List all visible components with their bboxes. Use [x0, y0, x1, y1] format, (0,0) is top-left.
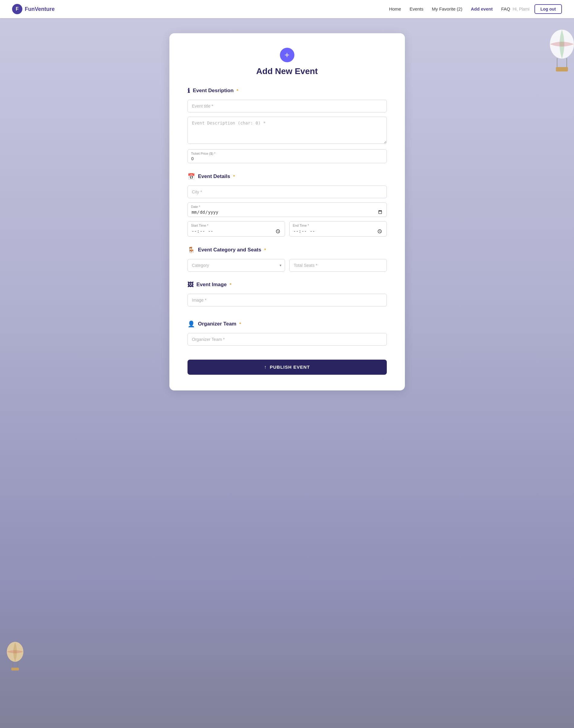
organizer-required-star: *	[239, 321, 241, 327]
balloon-left-icon	[3, 640, 27, 674]
image-section-icon: 🖼	[188, 281, 194, 288]
event-category-header: 🪑 Event Category and Seats *	[188, 246, 387, 254]
event-image-header: 🖼 Event Image *	[188, 281, 387, 288]
description-required-star: *	[237, 88, 238, 93]
start-time-wrap: Start Time *	[188, 221, 285, 237]
start-time-input[interactable]	[188, 221, 285, 237]
details-required-star: *	[233, 174, 235, 179]
page-background: + Add New Event ℹ Event Desription * Tic…	[0, 18, 574, 728]
image-section-label: Event Image	[197, 282, 227, 288]
nav-links: Home Events My Favorite (2) Add event FA…	[389, 6, 510, 12]
navbar: F FunVenture Home Events My Favorite (2)…	[0, 0, 574, 18]
event-image-section: 🖼 Event Image *	[188, 281, 387, 311]
organizer-header: 👤 Organizer Team *	[188, 320, 387, 328]
brand-logo[interactable]: F FunVenture	[12, 4, 55, 14]
brand-icon: F	[12, 4, 22, 14]
date-input[interactable]	[188, 202, 387, 217]
end-time-input[interactable]	[289, 221, 387, 237]
form-header: + Add New Event	[188, 48, 387, 76]
ticket-price-wrap: Ticket Price ($) *	[188, 149, 387, 163]
nav-faq[interactable]: FAQ	[501, 6, 510, 11]
category-select[interactable]: Category Music Sports Arts Food Technolo…	[188, 259, 285, 272]
publish-label: PUBLISH EVENT	[270, 365, 310, 370]
details-section-label: Event Details	[198, 174, 231, 180]
image-required-star: *	[230, 282, 231, 287]
event-description-header: ℹ Event Desription *	[188, 87, 387, 94]
nav-favorites[interactable]: My Favorite (2)	[432, 6, 462, 11]
organizer-section-icon: 👤	[188, 320, 195, 328]
add-event-form: ℹ Event Desription * Ticket Price ($) * …	[188, 87, 387, 375]
nav-events[interactable]: Events	[409, 6, 423, 11]
form-title: Add New Event	[188, 67, 387, 76]
event-category-section: 🪑 Event Category and Seats * Category Mu…	[188, 246, 387, 272]
add-event-form-card: + Add New Event ℹ Event Desription * Tic…	[169, 33, 405, 390]
date-wrap: Date *	[188, 202, 387, 217]
svg-rect-4	[556, 67, 568, 71]
organizer-section-label: Organizer Team	[198, 321, 237, 327]
category-section-label: Event Category and Seats	[198, 247, 261, 253]
event-details-header: 📅 Event Details *	[188, 173, 387, 180]
svg-rect-8	[11, 667, 19, 670]
description-section-label: Event Desription	[193, 88, 234, 94]
category-seats-row: Category Music Sports Arts Food Technolo…	[188, 259, 387, 272]
total-seats-input[interactable]	[289, 259, 387, 272]
nav-greeting: Hi, Plami	[513, 7, 530, 11]
category-select-wrap: Category Music Sports Arts Food Technolo…	[188, 259, 285, 272]
image-input[interactable]	[188, 294, 387, 306]
event-description-input[interactable]	[188, 117, 387, 144]
nav-home[interactable]: Home	[389, 6, 401, 11]
category-section-icon: 🪑	[188, 246, 195, 254]
publish-icon: ↑	[264, 365, 266, 370]
description-section-icon: ℹ	[188, 87, 190, 94]
logout-button[interactable]: Log out	[534, 4, 562, 14]
event-title-input[interactable]	[188, 100, 387, 112]
event-details-section: 📅 Event Details * Date * Start Time * En	[188, 173, 387, 237]
balloon-right-icon	[544, 27, 574, 76]
end-time-wrap: End Time *	[289, 221, 387, 237]
ticket-price-input[interactable]	[188, 149, 387, 163]
organizer-section: 👤 Organizer Team *	[188, 320, 387, 350]
nav-add-event[interactable]: Add event	[471, 6, 493, 11]
city-input[interactable]	[188, 186, 387, 198]
details-section-icon: 📅	[188, 173, 195, 180]
svg-point-5	[7, 642, 24, 662]
publish-button[interactable]: ↑ PUBLISH EVENT	[188, 359, 387, 375]
plus-icon: +	[280, 48, 294, 62]
category-required-star: *	[264, 247, 266, 252]
event-description-section: ℹ Event Desription * Ticket Price ($) *	[188, 87, 387, 163]
svg-point-0	[550, 30, 574, 59]
time-row: Start Time * End Time *	[188, 221, 387, 237]
organizer-input[interactable]	[188, 333, 387, 346]
svg-point-1	[550, 30, 574, 59]
total-seats-wrap	[289, 259, 387, 272]
brand-name: FunVenture	[25, 6, 55, 12]
